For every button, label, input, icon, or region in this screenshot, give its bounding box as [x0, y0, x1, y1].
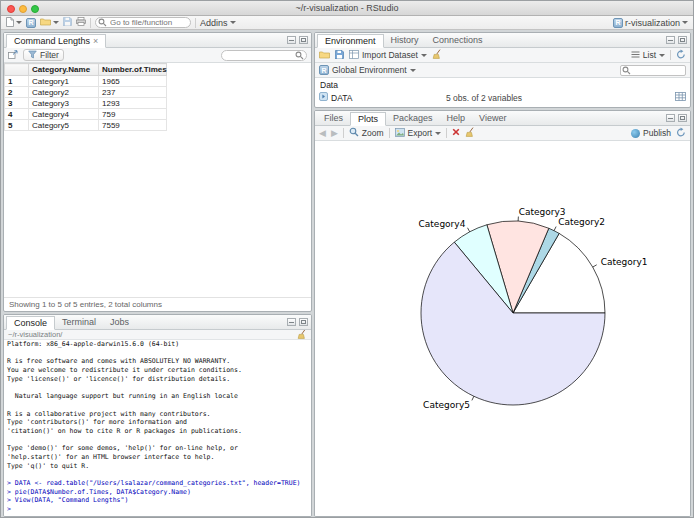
broom-icon	[465, 127, 475, 139]
console-output-line	[7, 383, 308, 392]
data-cell: Category5	[29, 120, 99, 131]
save-button[interactable]	[63, 17, 72, 28]
clear-environment-button[interactable]	[432, 49, 442, 61]
table-row[interactable]: 4Category4759	[5, 109, 167, 120]
environment-objects: Data DATA 5 obs. of 2 variables	[315, 78, 690, 104]
data-cell: 7559	[99, 120, 167, 131]
project-menu-button[interactable]: R r-visualization	[613, 18, 688, 28]
console-output-line: You are welcome to redistribute it under…	[7, 366, 308, 375]
refresh-plot-button[interactable]	[676, 127, 686, 139]
environment-scope-bar: R Global Environment	[315, 63, 690, 78]
refresh-environment-button[interactable]	[676, 49, 686, 61]
tab-packages[interactable]: Packages	[386, 111, 440, 125]
console-input-line: > View(DATA, "Command Lengths")	[7, 496, 308, 505]
table-row[interactable]: 3Category31293	[5, 98, 167, 109]
tab-connections[interactable]: Connections	[426, 33, 490, 47]
pie-label: Category2	[558, 217, 605, 227]
print-button[interactable]	[76, 17, 86, 28]
minimize-pane-icon[interactable]	[287, 36, 296, 44]
close-window-button[interactable]	[7, 5, 15, 13]
global-environment-dropdown[interactable]: R Global Environment	[319, 65, 416, 75]
minimize-window-button[interactable]	[19, 5, 27, 13]
console-input-line: >	[7, 505, 308, 514]
popout-icon	[8, 50, 18, 61]
tab-console[interactable]: Console	[6, 316, 55, 330]
tab-jobs[interactable]: Jobs	[103, 315, 136, 329]
tab-viewer[interactable]: Viewer	[472, 111, 513, 125]
zoom-plot-button[interactable]: Zoom	[349, 127, 384, 139]
column-header-number-of-times[interactable]: Number.of.Times	[99, 64, 167, 76]
filter-button[interactable]: Filter	[23, 49, 64, 61]
refresh-icon	[676, 49, 686, 61]
goto-file-input[interactable]	[95, 17, 191, 28]
publish-button[interactable]: Publish	[631, 128, 671, 138]
clear-all-plots-button[interactable]	[465, 127, 475, 139]
save-workspace-button[interactable]	[335, 50, 344, 61]
console-output-line	[7, 470, 308, 479]
rstudio-window: ~/r-visualization - RStudio R Addins	[0, 0, 694, 518]
data-cell: 1293	[99, 98, 167, 109]
tab-help[interactable]: Help	[440, 111, 473, 125]
column-header-category-name[interactable]: Category.Name	[29, 64, 99, 76]
tab-files[interactable]: Files	[317, 111, 350, 125]
expand-object-icon[interactable]	[319, 92, 328, 103]
plots-tabbar: Files Plots Packages Help Viewer	[315, 111, 690, 126]
table-row[interactable]: 5Category57559	[5, 120, 167, 131]
addins-label: Addins	[200, 18, 228, 28]
export-image-icon	[395, 128, 405, 139]
chevron-down-icon	[421, 54, 427, 57]
plots-pane: Files Plots Packages Help Viewer ◀ ▶	[314, 110, 691, 517]
table-footer-status: Showing 1 to 5 of 5 entries, 2 total col…	[4, 297, 311, 311]
data-cell: 759	[99, 109, 167, 120]
remove-plot-button[interactable]	[452, 128, 460, 138]
environment-object-row[interactable]: DATA 5 obs. of 2 variables	[315, 91, 690, 104]
table-row[interactable]: 2Category2237	[5, 87, 167, 98]
popout-viewer-button[interactable]	[8, 50, 18, 61]
printer-icon	[76, 17, 86, 28]
row-number-cell: 1	[5, 76, 29, 87]
zoom-window-button[interactable]	[31, 5, 39, 13]
clear-console-button[interactable]	[297, 329, 307, 341]
tab-command-lengths[interactable]: Command Lengths ×	[6, 34, 106, 48]
addins-button[interactable]: Addins	[200, 18, 236, 28]
open-file-button[interactable]	[40, 17, 59, 28]
import-dataset-button[interactable]: Import Dataset	[349, 50, 427, 61]
tab-terminal[interactable]: Terminal	[55, 315, 103, 329]
close-tab-icon[interactable]: ×	[93, 37, 98, 46]
list-label: List	[643, 50, 656, 60]
environment-search	[620, 65, 686, 76]
console-output[interactable]: Platform: x86_64-apple-darwin15.6.0 (64-…	[4, 340, 311, 516]
table-row[interactable]: 1Category11965	[5, 76, 167, 87]
next-plot-button[interactable]: ▶	[331, 129, 338, 138]
tab-label: Command Lengths	[14, 34, 90, 48]
project-cube-icon: R	[613, 18, 623, 28]
folder-icon	[40, 17, 51, 28]
pie-label-tick	[554, 227, 556, 231]
chevron-down-icon	[53, 21, 59, 24]
maximize-pane-icon[interactable]	[299, 36, 308, 44]
list-view-button[interactable]: List	[631, 50, 665, 61]
pie-chart: Category1Category2Category3Category4Cate…	[315, 141, 691, 516]
new-project-button[interactable]: R	[26, 18, 36, 28]
data-table-body: 1Category119652Category22373Category3129…	[5, 76, 167, 131]
console-input-line: > DATA <- read.table("/Users/lsalazar/co…	[7, 479, 308, 488]
export-plot-button[interactable]: Export	[395, 128, 442, 139]
tab-history[interactable]: History	[384, 33, 426, 47]
minimize-pane-icon[interactable]	[287, 318, 296, 326]
console-output-line: Type 'contributors()' for more informati…	[7, 418, 308, 427]
view-data-grid-icon[interactable]	[675, 92, 686, 103]
load-workspace-button[interactable]	[319, 50, 330, 61]
data-table: Category.Name Number.of.Times 1Category1…	[4, 63, 167, 131]
maximize-pane-icon[interactable]	[678, 36, 687, 44]
filter-icon	[28, 50, 37, 61]
scope-label: Global Environment	[332, 65, 407, 75]
project-cube-icon: R	[26, 18, 36, 28]
maximize-pane-icon[interactable]	[299, 318, 308, 326]
minimize-pane-icon[interactable]	[666, 114, 675, 122]
previous-plot-button[interactable]: ◀	[319, 129, 326, 138]
maximize-pane-icon[interactable]	[678, 114, 687, 122]
tab-plots[interactable]: Plots	[350, 112, 386, 126]
tab-environment[interactable]: Environment	[317, 34, 384, 48]
minimize-pane-icon[interactable]	[666, 36, 675, 44]
new-file-button[interactable]	[6, 17, 22, 29]
